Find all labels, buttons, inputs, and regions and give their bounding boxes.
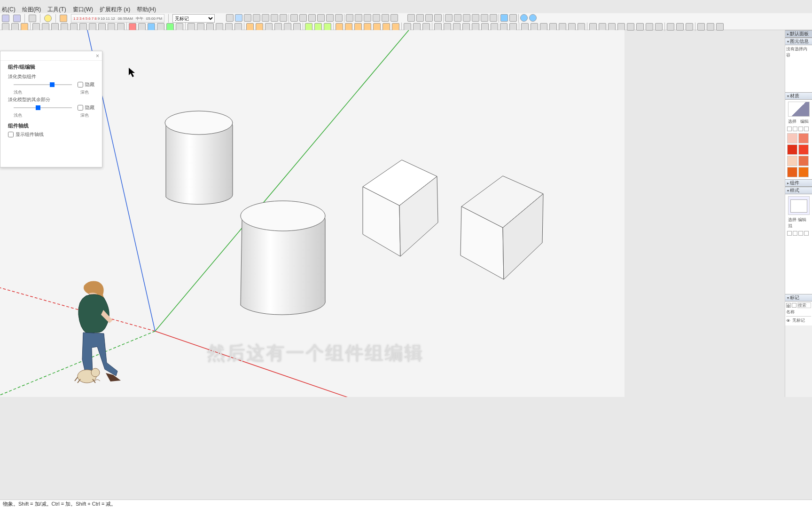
ext9-icon[interactable] <box>509 23 517 31</box>
arc-icon[interactable] <box>89 23 96 31</box>
dc5-icon[interactable] <box>559 23 566 31</box>
polygon-icon[interactable] <box>79 23 87 31</box>
dim2-icon[interactable] <box>413 23 421 31</box>
box2-icon[interactable] <box>707 23 714 31</box>
style1-icon[interactable] <box>589 23 597 31</box>
arc2-icon[interactable] <box>98 23 106 31</box>
model-info-icon[interactable] <box>60 15 67 22</box>
scale-icon[interactable] <box>166 23 174 31</box>
textured-icon[interactable] <box>382 14 389 22</box>
line-icon[interactable] <box>32 23 40 31</box>
xray-icon[interactable] <box>346 14 353 22</box>
look-around-icon[interactable] <box>314 23 322 31</box>
section-plane-icon[interactable] <box>407 14 415 22</box>
match-photo-icon[interactable] <box>280 14 287 22</box>
style7-icon[interactable] <box>646 23 653 31</box>
axes-icon[interactable] <box>225 23 233 31</box>
shadow-timeline[interactable]: 123456789101112 06:55AM 中午 05:00 PM <box>71 14 164 23</box>
followme-icon[interactable] <box>157 23 164 31</box>
shaded-icon[interactable] <box>373 14 380 22</box>
dc3-icon[interactable] <box>540 23 547 31</box>
tape2-icon[interactable] <box>404 23 411 31</box>
3dtext-icon[interactable] <box>234 23 242 31</box>
previous-icon[interactable] <box>293 23 301 31</box>
sandbox2-icon[interactable] <box>345 23 352 31</box>
components-header[interactable]: 组件 <box>785 179 812 187</box>
sandbox3-icon[interactable] <box>354 23 362 31</box>
swatch[interactable] <box>798 156 809 166</box>
eraser-icon[interactable] <box>11 23 19 31</box>
misc2-icon[interactable] <box>676 23 684 31</box>
swatch[interactable] <box>787 167 797 177</box>
dc4-icon[interactable] <box>549 23 557 31</box>
rotated-rect-icon[interactable] <box>61 23 68 31</box>
style5-icon[interactable] <box>627 23 634 31</box>
box1-icon[interactable] <box>697 23 705 31</box>
tray-header[interactable]: 默认面板 <box>785 30 812 38</box>
fog-icon[interactable] <box>271 14 278 22</box>
material-preview[interactable] <box>788 102 810 117</box>
hide-rest-checkbox[interactable] <box>78 105 83 111</box>
walk-icon[interactable] <box>324 23 331 31</box>
solid-shell-icon[interactable] <box>490 14 497 22</box>
swatch[interactable] <box>787 144 797 155</box>
ext7-icon[interactable] <box>491 23 498 31</box>
front-icon[interactable] <box>308 14 316 22</box>
outliner-icon[interactable] <box>244 14 251 22</box>
ext1-icon[interactable] <box>434 23 442 31</box>
visibility-icon[interactable]: 👁 <box>786 318 790 323</box>
freehand-icon[interactable] <box>42 23 49 31</box>
help-icon[interactable] <box>44 15 52 22</box>
print-icon[interactable] <box>29 15 36 22</box>
swatch[interactable] <box>787 133 797 143</box>
pushpull-icon[interactable] <box>138 23 146 31</box>
warehouse-icon[interactable] <box>500 14 508 22</box>
tag-search-input[interactable] <box>797 302 811 308</box>
component-icon[interactable] <box>226 14 234 22</box>
swatch[interactable] <box>787 156 797 166</box>
tape-icon[interactable] <box>187 23 195 31</box>
section-cut-icon[interactable] <box>425 14 433 22</box>
solid-intersect-icon[interactable] <box>472 14 479 22</box>
zoom-icon[interactable] <box>265 23 273 31</box>
misc3-icon[interactable] <box>686 23 693 31</box>
nav-menu-icon[interactable] <box>804 127 809 131</box>
position-camera-icon[interactable] <box>305 23 312 31</box>
solid-trim-icon[interactable] <box>463 14 470 22</box>
undo-icon[interactable] <box>2 15 9 22</box>
tag-combo[interactable]: 无标记 <box>172 14 215 23</box>
sandbox4-icon[interactable] <box>364 23 371 31</box>
tag-item-label[interactable]: 无标记 <box>792 318 805 324</box>
prot2-icon[interactable] <box>422 23 430 31</box>
arc3-icon[interactable] <box>108 23 115 31</box>
solid-union-icon[interactable] <box>445 14 453 22</box>
hide-similar-checkbox[interactable] <box>78 82 83 87</box>
pie-icon[interactable] <box>117 23 125 31</box>
solid-subtract-icon[interactable] <box>454 14 461 22</box>
section-fill-icon[interactable] <box>434 14 442 22</box>
tab-select[interactable]: 选择 <box>788 119 796 125</box>
swatch[interactable] <box>798 133 809 143</box>
rectangle-icon[interactable] <box>51 23 59 31</box>
sandbox1-icon[interactable] <box>336 23 343 31</box>
add-tag-icon[interactable]: ⊕ <box>786 303 791 308</box>
nav-fwd-icon[interactable] <box>793 127 797 131</box>
wireframe-icon[interactable] <box>355 14 362 22</box>
style-preview[interactable] <box>788 196 810 215</box>
circle-icon[interactable] <box>70 23 78 31</box>
move-icon[interactable] <box>129 23 136 31</box>
protractor-icon[interactable] <box>206 23 214 31</box>
swatch[interactable] <box>798 144 809 155</box>
sandbox5-icon[interactable] <box>373 23 381 31</box>
dc1-icon[interactable] <box>521 23 529 31</box>
nav-menu-icon[interactable] <box>804 231 809 236</box>
scene-icon[interactable] <box>253 14 260 22</box>
nav-home-icon[interactable] <box>798 127 803 131</box>
materials-header[interactable]: 材质 <box>785 92 812 100</box>
globe-icon[interactable] <box>520 14 528 22</box>
sandbox7-icon[interactable] <box>392 23 399 31</box>
fade-rest-slider[interactable] <box>8 104 78 111</box>
nav-back-icon[interactable] <box>787 127 792 131</box>
style6-icon[interactable] <box>636 23 644 31</box>
dc2-icon[interactable] <box>531 23 538 31</box>
